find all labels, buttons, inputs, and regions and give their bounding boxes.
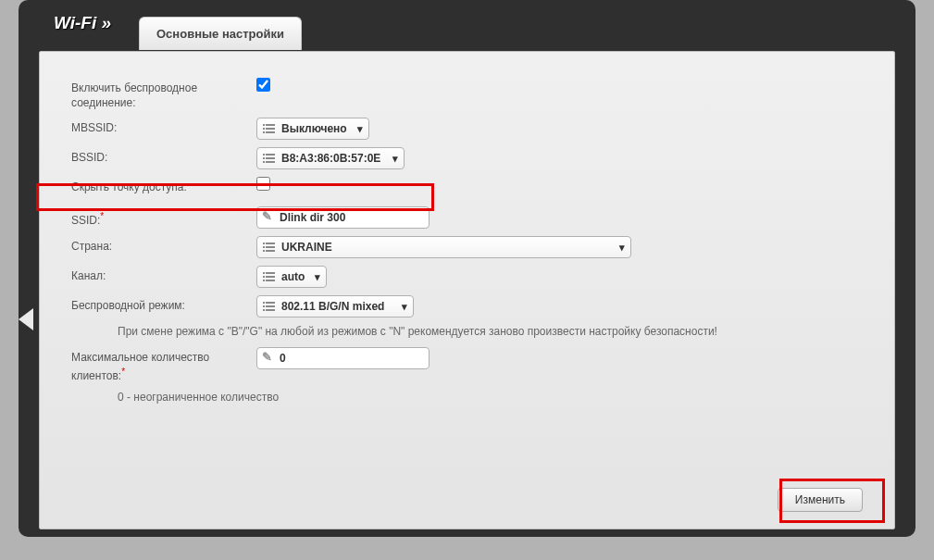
pencil-icon bbox=[263, 212, 274, 223]
mode-change-note: При смене режима с "B"/"G" на любой из р… bbox=[118, 325, 863, 338]
ssid-value: Dlink dir 300 bbox=[280, 211, 345, 224]
ssid-label: SSID:* bbox=[71, 206, 256, 229]
required-mark: * bbox=[100, 211, 104, 221]
list-icon bbox=[263, 242, 276, 253]
max-clients-value: 0 bbox=[280, 352, 286, 365]
bssid-value: B8:A3:86:0B:57:0E bbox=[281, 152, 380, 165]
max-clients-input[interactable]: 0 bbox=[256, 347, 430, 369]
max-clients-note: 0 - неограниченное количество bbox=[118, 391, 863, 404]
apply-button[interactable]: Изменить bbox=[778, 488, 863, 512]
list-icon bbox=[263, 301, 276, 312]
max-clients-label: Максимальное количество клиентов:* bbox=[71, 347, 256, 383]
mbssid-label: MBSSID: bbox=[71, 118, 256, 136]
enable-wireless-label: Включить беспроводное соединение: bbox=[71, 78, 256, 110]
required-mark: * bbox=[121, 367, 125, 377]
bssid-select[interactable]: B8:A3:86:0B:57:0E bbox=[256, 147, 405, 169]
tab-bar: Основные настройки bbox=[139, 13, 302, 51]
pencil-icon bbox=[263, 353, 274, 364]
country-label: Страна: bbox=[71, 236, 256, 255]
chevron-left-icon[interactable] bbox=[19, 308, 33, 330]
content-panel: Включить беспроводное соединение: MBSSID… bbox=[39, 51, 895, 529]
list-icon bbox=[263, 271, 276, 282]
channel-select[interactable]: auto bbox=[256, 266, 327, 288]
country-value: UKRAINE bbox=[281, 241, 332, 254]
enable-wireless-checkbox[interactable] bbox=[256, 78, 270, 92]
page-title: Wi-Fi » bbox=[54, 13, 111, 33]
mbssid-value: Выключено bbox=[281, 122, 347, 135]
wireless-mode-label: Беспроводной режим: bbox=[71, 295, 256, 314]
hide-ap-label: Скрыть точку доступа: bbox=[71, 177, 256, 195]
footer: Изменить bbox=[778, 488, 863, 512]
tab-basic-settings[interactable]: Основные настройки bbox=[139, 17, 302, 50]
bssid-label: BSSID: bbox=[71, 147, 256, 166]
ssid-input[interactable]: Dlink dir 300 bbox=[256, 206, 430, 229]
list-icon bbox=[263, 123, 276, 134]
hide-ap-checkbox[interactable] bbox=[256, 177, 270, 191]
wireless-mode-select[interactable]: 802.11 B/G/N mixed bbox=[256, 295, 414, 317]
header: Wi-Fi » Основные настройки bbox=[19, 0, 915, 51]
channel-value: auto bbox=[281, 270, 305, 283]
list-icon bbox=[263, 153, 276, 164]
country-select[interactable]: UKRAINE bbox=[256, 236, 631, 258]
main-frame: Wi-Fi » Основные настройки Включить бесп… bbox=[19, 0, 915, 537]
wireless-mode-value: 802.11 B/G/N mixed bbox=[281, 300, 384, 313]
channel-label: Канал: bbox=[71, 266, 256, 284]
mbssid-select[interactable]: Выключено bbox=[256, 118, 369, 140]
